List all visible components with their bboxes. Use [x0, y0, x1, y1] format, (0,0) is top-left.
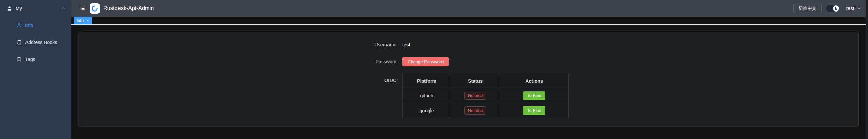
to-bind-button[interactable]: To Bind — [523, 106, 545, 115]
oidc-label: OIDC: — [78, 74, 398, 87]
status-cell: No bind — [451, 88, 500, 103]
sidebar-fold-icon[interactable] — [79, 5, 86, 12]
user-outline-icon — [16, 23, 22, 28]
username-value: test — [402, 40, 410, 49]
oidc-row: OIDC: Platform Status Actions github — [78, 74, 858, 118]
username-label: Username: — [78, 40, 398, 49]
column-header-status: Status — [451, 74, 500, 88]
sidebar-item-tags[interactable]: Tags — [0, 51, 71, 68]
column-header-platform: Platform — [403, 74, 451, 88]
tab-bar: Info — [71, 17, 868, 25]
platform-cell: google — [403, 103, 451, 118]
main-content: Username: test Password: Change Password… — [71, 25, 868, 139]
sidebar-item-address-books[interactable]: Address Books — [0, 34, 71, 51]
tab-close-icon[interactable] — [86, 19, 89, 22]
bookmark-icon — [16, 57, 22, 62]
oidc-table-header-row: Platform Status Actions — [403, 74, 569, 88]
chevron-up-icon — [61, 6, 65, 11]
toggle-knob — [833, 5, 839, 12]
password-label: Password: — [78, 57, 398, 66]
sidebar-item-label: Tags — [25, 57, 35, 62]
sidebar: My Info Address Books Tags — [0, 0, 71, 139]
chevron-down-icon — [857, 6, 861, 11]
notebook-icon — [16, 40, 22, 45]
status-badge: No bind — [464, 106, 486, 115]
tab-info[interactable]: Info — [74, 17, 92, 24]
sidebar-item-info[interactable]: Info — [0, 17, 71, 34]
sidebar-group-label: My — [16, 6, 61, 11]
platform-cell: github — [403, 88, 451, 103]
status-badge: No bind — [464, 92, 486, 100]
sidebar-group-my[interactable]: My — [0, 0, 71, 17]
dark-mode-toggle[interactable] — [826, 5, 839, 12]
username-row: Username: test — [78, 40, 858, 49]
to-bind-button[interactable]: To Bind — [523, 91, 545, 100]
sidebar-item-label: Info — [25, 23, 33, 28]
switch-language-button[interactable]: 切换中文 — [793, 4, 822, 13]
actions-cell: To Bind — [500, 103, 569, 118]
user-filled-icon — [7, 6, 12, 11]
sidebar-item-label: Address Books — [25, 40, 57, 45]
app-root: My Info Address Books Tags — [0, 0, 868, 139]
actions-cell: To Bind — [500, 88, 569, 103]
user-dropdown[interactable]: test — [846, 5, 861, 11]
status-cell: No bind — [451, 103, 500, 118]
moon-icon — [834, 6, 838, 11]
table-row-google: google No bind To Bind — [403, 103, 569, 118]
oidc-table: Platform Status Actions github No bind — [402, 74, 569, 118]
user-info-card: Username: test Password: Change Password… — [78, 32, 859, 127]
column-header-actions: Actions — [500, 74, 569, 88]
table-row-github: github No bind To Bind — [403, 88, 569, 103]
change-password-button[interactable]: Change Password — [402, 57, 449, 66]
app-title: Rustdesk-Api-Admin — [103, 5, 154, 12]
rustdesk-logo-icon — [90, 3, 100, 14]
tab-label: Info — [77, 18, 84, 23]
vertical-scrollbar[interactable] — [866, 0, 868, 139]
password-row: Password: Change Password — [78, 57, 858, 66]
current-user-name: test — [846, 5, 854, 11]
top-header: Rustdesk-Api-Admin 切换中文 test — [71, 0, 868, 17]
